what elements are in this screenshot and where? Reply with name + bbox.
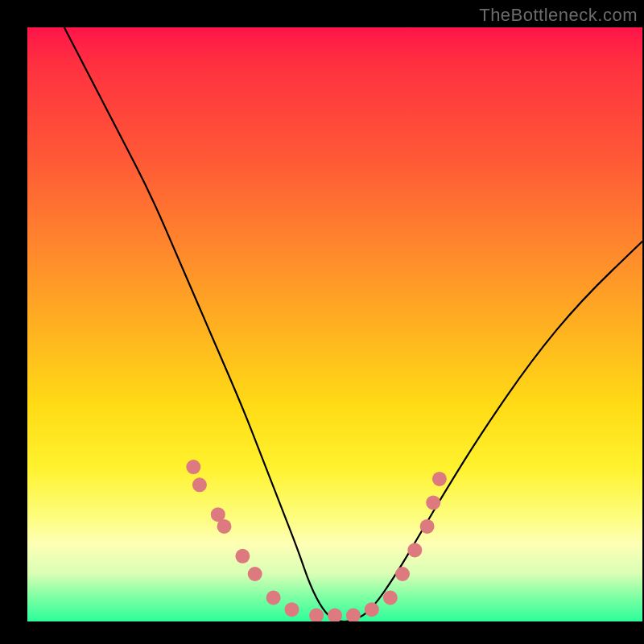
watermark-text: TheBottleneck.com: [479, 5, 638, 26]
data-marker: [285, 602, 299, 617]
chart-frame: TheBottleneck.com: [0, 0, 644, 644]
data-marker: [395, 567, 410, 581]
data-marker: [346, 609, 361, 621]
data-marker: [235, 549, 250, 564]
data-marker: [407, 543, 422, 557]
data-marker: [420, 519, 435, 534]
data-marker: [383, 591, 398, 605]
data-marker: [432, 472, 447, 486]
data-marker: [186, 460, 200, 474]
chart-svg: [27, 27, 642, 621]
data-marker: [309, 609, 324, 621]
data-marker: [266, 591, 281, 605]
bottleneck-curve: [64, 27, 642, 621]
plot-area: [27, 27, 642, 621]
data-marker: [365, 602, 379, 617]
data-marker: [328, 609, 342, 621]
data-marker: [217, 519, 232, 534]
data-marker: [426, 495, 440, 510]
curve-layer: [64, 27, 642, 621]
data-marker: [192, 477, 207, 492]
data-marker: [248, 567, 262, 581]
